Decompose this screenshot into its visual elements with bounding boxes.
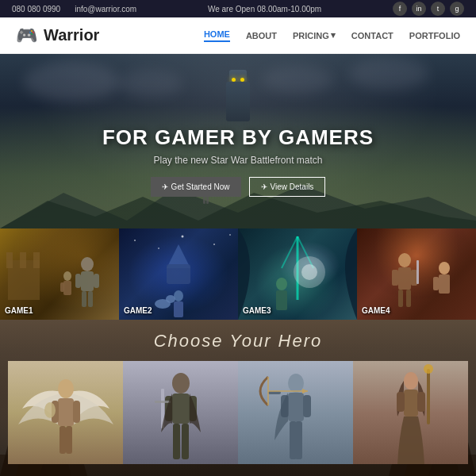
choose-hero-section: Choose Your Hero — [0, 320, 476, 476]
svg-rect-29 — [174, 301, 183, 317]
svg-rect-45 — [406, 290, 411, 307]
svg-rect-85 — [417, 392, 425, 412]
gamepad-icon: 🎮 — [16, 25, 37, 46]
svg-rect-46 — [416, 260, 419, 284]
nav-portfolio[interactable]: PORTFOLIO — [409, 31, 460, 40]
email-address: info@warrior.com — [75, 5, 136, 13]
svg-line-33 — [282, 236, 298, 268]
hero4-bg — [353, 361, 468, 464]
svg-point-37 — [276, 278, 287, 290]
get-started-button[interactable]: ✈ Get Started Now — [151, 177, 241, 197]
svg-point-18 — [63, 271, 71, 281]
svg-rect-65 — [172, 393, 190, 424]
svg-rect-84 — [397, 392, 405, 412]
svg-rect-69 — [182, 424, 189, 459]
brand-name: Warrior — [44, 26, 99, 44]
instagram-icon[interactable]: in — [412, 2, 426, 16]
game-card-3[interactable]: GAME3 — [238, 228, 357, 320]
hero-card-4[interactable] — [353, 361, 468, 464]
hero-content: FOR GAMER BY GAMERS Play the new Star Wa… — [102, 125, 374, 197]
svg-rect-42 — [392, 270, 398, 286]
svg-rect-19 — [63, 281, 71, 295]
top-bar-hours: We are Open 08.00am-10.00pm — [208, 5, 321, 13]
nav-links: HOME ABOUT PRICING ▾ CONTACT PORTFOLIO — [204, 29, 460, 42]
nav-pricing[interactable]: PRICING ▾ — [293, 30, 336, 40]
nav-home[interactable]: HOME — [204, 29, 230, 42]
hero-card-2[interactable] — [123, 361, 238, 464]
svg-point-12 — [81, 257, 94, 271]
nav-about[interactable]: ABOUT — [246, 31, 277, 40]
game1-label: GAME1 — [5, 306, 33, 315]
svg-rect-9 — [6, 252, 13, 268]
phone-number: 080 080 0990 — [12, 5, 60, 13]
svg-rect-62 — [66, 426, 72, 454]
svg-rect-27 — [167, 264, 190, 284]
view-details-button[interactable]: ✈ View Details — [249, 177, 326, 197]
svg-rect-68 — [173, 424, 180, 459]
svg-point-64 — [172, 373, 190, 393]
svg-rect-38 — [276, 290, 287, 310]
svg-point-47 — [439, 262, 450, 274]
svg-point-57 — [58, 379, 74, 398]
cloud-left — [24, 62, 119, 102]
svg-rect-44 — [398, 290, 403, 307]
game-card-4[interactable]: GAME4 — [357, 228, 476, 320]
svg-point-87 — [424, 364, 433, 374]
svg-rect-86 — [427, 369, 430, 424]
nav-contact[interactable]: CONTACT — [351, 31, 393, 40]
googleplus-icon[interactable]: g — [450, 2, 464, 16]
svg-rect-13 — [81, 271, 94, 291]
game2-label: GAME2 — [124, 306, 152, 315]
svg-rect-17 — [88, 291, 93, 307]
svg-rect-14 — [75, 274, 81, 288]
svg-rect-11 — [33, 252, 40, 268]
location-icon-2: ✈ — [261, 182, 267, 191]
svg-marker-79 — [302, 389, 308, 393]
game4-label: GAME4 — [362, 306, 390, 315]
svg-point-22 — [158, 248, 159, 249]
hero-subtitle: Play the new Star War Battlefront match — [102, 155, 374, 166]
svg-point-21 — [134, 240, 136, 241]
svg-rect-73 — [288, 393, 304, 421]
hero3-bg — [238, 361, 353, 464]
hero-card-3[interactable] — [238, 361, 353, 464]
svg-rect-43 — [411, 270, 417, 286]
svg-rect-49 — [433, 277, 439, 290]
hero-section: FOR GAMER BY GAMERS Play the new Star Wa… — [0, 54, 476, 228]
svg-point-72 — [288, 374, 304, 393]
svg-point-82 — [404, 372, 418, 390]
game-card-2[interactable]: GAME2 — [119, 228, 238, 320]
game-card-1[interactable]: GAME1 — [0, 228, 119, 320]
svg-point-40 — [398, 253, 411, 267]
hero-buttons: ✈ Get Started Now ✈ View Details — [102, 177, 374, 197]
svg-rect-83 — [404, 390, 418, 416]
hero1-bg — [8, 361, 123, 464]
svg-point-25 — [229, 234, 231, 236]
svg-point-24 — [213, 244, 215, 245]
cloud-right — [349, 58, 428, 90]
chevron-down-icon: ▾ — [331, 30, 336, 40]
svg-rect-81 — [295, 421, 302, 459]
svg-point-36 — [301, 264, 317, 280]
heroes-row — [0, 361, 476, 464]
facebook-icon[interactable]: f — [393, 2, 407, 16]
svg-point-23 — [182, 236, 184, 238]
navbar: 🎮 Warrior HOME ABOUT PRICING ▾ CONTACT P… — [0, 17, 476, 54]
svg-point-31 — [166, 295, 175, 303]
hero2-bg — [123, 361, 238, 464]
robot-body — [226, 82, 250, 121]
logo: 🎮 Warrior — [16, 25, 99, 46]
svg-rect-75 — [303, 395, 311, 417]
hero-card-1[interactable] — [8, 361, 123, 464]
choose-title: Choose Your Hero — [0, 331, 476, 351]
svg-rect-61 — [60, 426, 66, 454]
svg-rect-60 — [73, 401, 80, 423]
svg-rect-10 — [20, 252, 26, 268]
top-bar: 080 080 0990 info@warrior.com We are Ope… — [0, 0, 476, 17]
hero-title: FOR GAMER BY GAMERS — [102, 125, 374, 150]
svg-rect-48 — [439, 274, 450, 294]
twitter-icon[interactable]: t — [431, 2, 445, 16]
svg-rect-16 — [82, 291, 86, 307]
games-section: GAME1 GAME2 — [0, 228, 476, 320]
svg-rect-58 — [58, 398, 74, 426]
